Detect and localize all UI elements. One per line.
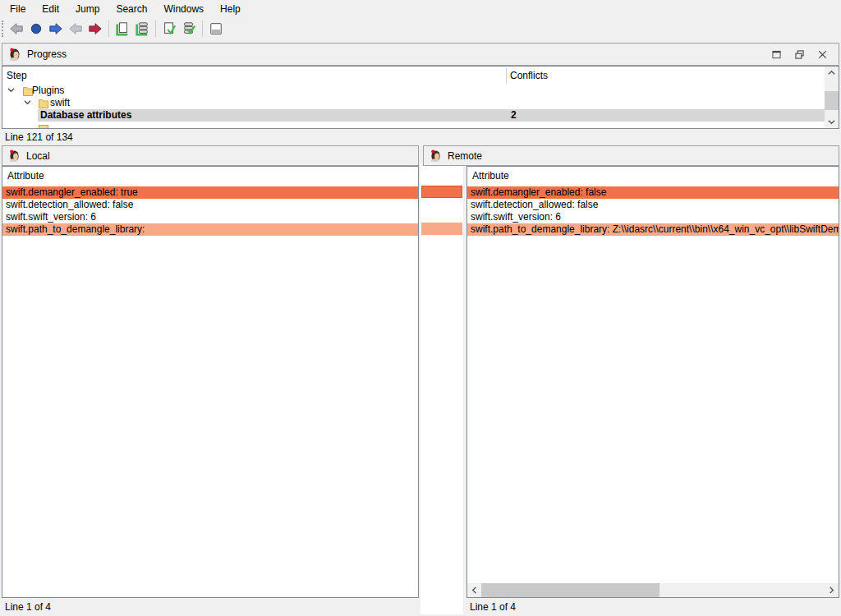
menu-edit[interactable]: Edit <box>34 1 67 17</box>
toolbar-separator <box>202 21 203 37</box>
menu-search[interactable]: Search <box>108 1 155 17</box>
toolbar-drag-handle[interactable] <box>2 21 7 37</box>
stop-circle-icon[interactable] <box>27 20 45 38</box>
progress-status-text: Line 121 of 134 <box>5 131 73 143</box>
folder-icon-partial <box>39 125 48 128</box>
ida-logo-icon <box>8 149 21 162</box>
remote-list-header: Attribute <box>467 167 839 185</box>
tree-row-database-attributes[interactable]: Database attributes 2 <box>2 109 825 122</box>
column-header-attribute[interactable]: Attribute <box>7 170 44 182</box>
tree-row-label: Plugins <box>32 85 64 97</box>
local-row-path-to-demangle-library[interactable]: swift.path_to_demangle_library: <box>2 223 418 236</box>
conflicts-count: 2 <box>511 109 517 122</box>
toolbar-separator <box>108 21 109 37</box>
diff-marker-strong <box>421 186 462 198</box>
back-arrow-disabled-icon[interactable] <box>67 20 85 38</box>
database-check-icon[interactable] <box>180 20 198 38</box>
remote-titlebar: Remote <box>423 145 839 166</box>
local-row-detection-allowed[interactable]: swift.detection_allowed: false <box>2 199 418 211</box>
local-status-bar: Line 1 of 4 <box>0 598 419 616</box>
menu-help[interactable]: Help <box>212 1 249 17</box>
scroll-left-icon[interactable] <box>467 583 481 597</box>
chevron-down-icon[interactable] <box>24 99 31 106</box>
tree-row-swift[interactable]: swift <box>2 97 825 109</box>
scroll-up-icon[interactable] <box>825 67 839 79</box>
tree-row-label: Database attributes <box>40 109 131 122</box>
local-list-header: Attribute <box>2 167 418 185</box>
tree-row-plugins[interactable]: Plugins <box>2 85 825 97</box>
diff-marker-light <box>421 223 462 235</box>
document-green-icon[interactable] <box>113 20 131 38</box>
remote-row-demangler-enabled[interactable]: swift.demangler_enabled: false <box>467 186 839 199</box>
ida-logo-icon <box>8 48 21 61</box>
menu-windows[interactable]: Windows <box>155 1 212 17</box>
local-titlebar: Local <box>2 145 419 166</box>
column-header-attribute[interactable]: Attribute <box>472 170 509 182</box>
selection-highlight <box>38 109 825 122</box>
remote-row-path-to-demangle-library[interactable]: swift.path_to_demangle_library: Z:\\idas… <box>467 223 839 236</box>
database-green-icon[interactable] <box>133 20 151 38</box>
progress-titlebar: Progress <box>2 43 839 66</box>
remote-attribute-list: Attribute swift.demangler_enabled: false… <box>466 166 839 598</box>
remote-status-text: Line 1 of 4 <box>470 601 516 613</box>
toolbar-separator <box>155 21 156 37</box>
remote-status-bar: Line 1 of 4 <box>465 598 841 616</box>
progress-title: Progress <box>27 48 67 60</box>
back-arrow-gray-icon[interactable] <box>7 20 25 38</box>
diff-gutter <box>420 166 463 614</box>
restore-button[interactable] <box>788 45 811 63</box>
chevron-down-icon[interactable] <box>7 86 15 94</box>
window-icon[interactable] <box>207 20 225 38</box>
scroll-right-icon[interactable] <box>825 583 839 597</box>
document-check-icon[interactable] <box>160 20 178 38</box>
column-header-conflicts[interactable]: Conflicts <box>510 70 548 81</box>
progress-status-bar: Line 121 of 134 <box>0 129 841 145</box>
ida-logo-icon <box>430 149 442 162</box>
remote-horizontal-scrollbar[interactable] <box>467 583 839 597</box>
column-header-step[interactable]: Step <box>7 70 27 81</box>
column-separator[interactable] <box>506 68 507 84</box>
menu-bar: File Edit Jump Search Windows Help <box>0 0 841 18</box>
scroll-thumb[interactable] <box>481 583 659 597</box>
tree-vertical-scrollbar[interactable] <box>825 67 839 128</box>
forward-arrow-red-icon[interactable] <box>86 20 104 38</box>
menu-jump[interactable]: Jump <box>67 1 108 17</box>
close-icon[interactable] <box>811 45 834 63</box>
tree-table-header: Step Conflicts <box>2 67 825 85</box>
local-attribute-list: Attribute swift.demangler_enabled: true … <box>2 166 419 598</box>
maximize-button[interactable] <box>765 45 788 63</box>
scroll-track[interactable] <box>481 583 825 597</box>
scroll-track[interactable] <box>825 79 839 116</box>
toolbar <box>0 18 841 39</box>
scroll-down-icon[interactable] <box>825 116 839 128</box>
folder-icon <box>39 98 48 108</box>
local-title: Local <box>26 150 50 162</box>
remote-title: Remote <box>448 150 482 162</box>
scroll-thumb[interactable] <box>825 91 839 110</box>
local-row-swift-version[interactable]: swift.swift_version: 6 <box>2 211 418 223</box>
forward-arrow-blue-icon[interactable] <box>47 20 65 38</box>
local-status-text: Line 1 of 4 <box>5 601 51 613</box>
remote-row-detection-allowed[interactable]: swift.detection_allowed: false <box>467 199 839 211</box>
tree-row-label: swift <box>50 97 70 109</box>
remote-row-swift-version[interactable]: swift.swift_version: 6 <box>467 211 839 223</box>
menu-file[interactable]: File <box>2 1 34 17</box>
step-conflicts-table: Step Conflicts Plugins swift Database at… <box>2 66 839 129</box>
local-row-demangler-enabled[interactable]: swift.demangler_enabled: true <box>2 186 418 199</box>
